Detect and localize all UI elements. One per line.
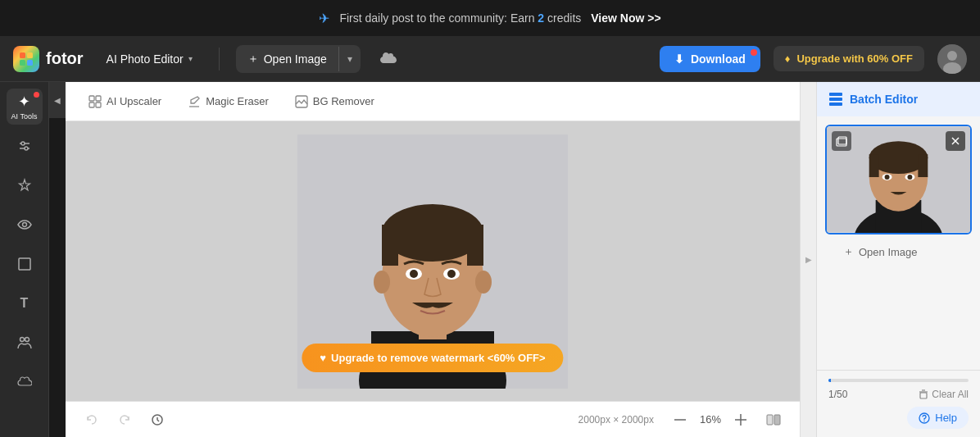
open-image-button[interactable]: ＋ Open Image ▾ <box>236 45 361 73</box>
zoom-out-button[interactable] <box>667 407 693 433</box>
open-image-dropdown[interactable]: ▾ <box>338 47 361 71</box>
upgrade-button[interactable]: ♦ Upgrade with 60% OFF <box>774 46 924 71</box>
svg-point-54 <box>885 175 890 180</box>
clear-all-button[interactable]: Clear All <box>919 389 969 400</box>
heart-icon: ♥ <box>320 352 326 364</box>
add-image-button[interactable]: ＋ Open Image <box>832 238 965 266</box>
svg-point-64 <box>923 420 925 421</box>
sub-tool-ai-upscaler[interactable]: AI Upscaler <box>79 90 171 113</box>
logo-text: fotor <box>46 49 84 68</box>
tool-beauty[interactable] <box>7 167 43 203</box>
open-image-main[interactable]: ＋ Open Image <box>236 45 338 73</box>
panel-footer: 1/50 Clear All Help <box>817 370 980 437</box>
banner-credits: 2 <box>538 11 544 25</box>
watermark-text: Upgrade to remove watermark <60% OFF> <box>331 352 546 364</box>
svg-rect-0 <box>20 52 25 58</box>
bottom-right-tools: 2000px × 2000px 16% <box>578 407 787 433</box>
panel-footer-row: 1/50 Clear All <box>828 389 969 400</box>
redo-button[interactable] <box>111 407 138 433</box>
adjust-icon <box>17 139 32 153</box>
batch-editor-label: Batch Editor <box>850 93 918 106</box>
progress-count: 1/50 <box>828 389 847 400</box>
tool-adjust[interactable] <box>7 128 43 164</box>
svg-rect-3 <box>27 60 33 66</box>
svg-rect-28 <box>467 225 483 266</box>
zoom-controls: 16% <box>667 407 754 433</box>
tool-cloud[interactable] <box>7 364 43 400</box>
banner-cta[interactable]: View Now >> <box>591 11 660 25</box>
left-panel-collapse-button[interactable]: ◀ <box>49 82 66 118</box>
undo-button[interactable] <box>79 407 105 433</box>
bg-remover-icon <box>295 95 308 108</box>
progress-bar <box>828 379 969 382</box>
download-icon: ⬇ <box>674 52 684 66</box>
app-selector[interactable]: AI Photo Editor ▾ <box>97 48 202 71</box>
history-button[interactable] <box>144 407 170 433</box>
tool-ai-tools-notification <box>34 92 39 98</box>
open-image-label: Open Image <box>264 52 327 66</box>
sub-toolbar: AI Upscaler Magic Eraser BG Remover <box>66 82 800 121</box>
svg-rect-12 <box>19 258 30 270</box>
diamond-icon: ♦ <box>785 52 791 65</box>
main-layout: ✦ AI Tools <box>0 82 980 437</box>
svg-point-32 <box>447 270 456 278</box>
batch-editor-header[interactable]: Batch Editor <box>817 82 980 116</box>
cloud-icon <box>17 376 32 388</box>
compare-button[interactable] <box>760 407 787 433</box>
svg-point-13 <box>20 338 24 342</box>
thumbnail-item[interactable] <box>825 125 972 234</box>
svg-point-34 <box>475 271 492 294</box>
header-divider <box>219 48 220 71</box>
app-name: AI Photo Editor <box>107 52 184 66</box>
bg-remover-label: BG Remover <box>313 95 374 107</box>
thumbnail-layer-icon <box>832 131 851 151</box>
upgrade-label: Upgrade with 60% OFF <box>796 52 913 65</box>
tool-ai-tools[interactable]: ✦ AI Tools <box>7 89 43 125</box>
right-panel-collapse-button[interactable]: ▶ <box>800 82 816 437</box>
frame-icon <box>18 257 31 271</box>
magic-eraser-label: Magic Eraser <box>206 95 269 107</box>
svg-point-9 <box>21 142 25 145</box>
thumbnail-delete-button[interactable] <box>946 131 965 151</box>
svg-rect-42 <box>829 98 842 101</box>
sub-tool-magic-eraser[interactable]: Magic Eraser <box>178 90 279 113</box>
chevron-down-icon: ▾ <box>188 54 193 63</box>
beauty-icon <box>17 178 32 193</box>
canvas-dimensions: 2000px × 2000px <box>578 414 654 426</box>
magic-eraser-icon <box>188 95 201 108</box>
svg-rect-40 <box>774 415 780 425</box>
tool-ai-tools-label: AI Tools <box>11 112 38 121</box>
logo: fotor <box>13 46 84 72</box>
cloud-button[interactable] <box>374 44 403 74</box>
clear-all-label: Clear All <box>932 389 969 400</box>
ai-upscaler-label: AI Upscaler <box>107 95 161 107</box>
watermark-badge[interactable]: ♥ Upgrade to remove watermark <60% OFF> <box>302 344 563 372</box>
svg-rect-39 <box>767 415 773 425</box>
tool-eye[interactable] <box>7 207 43 243</box>
help-button[interactable]: Help <box>907 407 969 429</box>
svg-rect-17 <box>89 102 94 107</box>
help-icon <box>919 412 930 424</box>
svg-rect-18 <box>96 102 101 107</box>
tool-people[interactable] <box>7 325 43 361</box>
sub-tool-bg-remover[interactable]: BG Remover <box>285 90 384 113</box>
zoom-in-button[interactable] <box>728 407 754 433</box>
plus-icon-panel: ＋ <box>843 244 854 259</box>
add-image-label: Open Image <box>859 246 918 258</box>
canvas-area: ♥ Upgrade to remove watermark <60% OFF> <box>66 121 800 401</box>
svg-rect-16 <box>96 96 101 101</box>
eye-icon <box>17 220 32 230</box>
tool-text[interactable]: T <box>7 285 43 321</box>
avatar[interactable] <box>937 44 967 74</box>
svg-rect-15 <box>89 96 94 101</box>
thumbnail-area: ＋ Open Image <box>817 116 980 370</box>
download-button[interactable]: ⬇ Download <box>660 46 760 72</box>
ai-upscaler-icon <box>88 95 102 108</box>
svg-rect-51 <box>918 154 928 177</box>
svg-rect-1 <box>27 52 33 58</box>
svg-point-33 <box>374 271 390 294</box>
tool-frame[interactable] <box>7 246 43 282</box>
logo-icon <box>13 46 39 72</box>
svg-rect-2 <box>20 60 25 66</box>
progress-bar-fill <box>828 379 831 382</box>
